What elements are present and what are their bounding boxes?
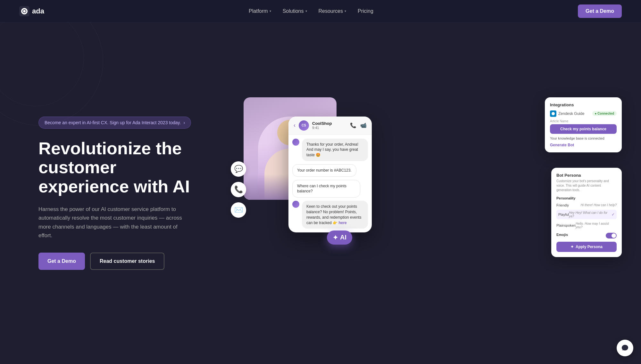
hero-section: Become an expert in AI-first CX. Sign up…: [0, 22, 641, 364]
chevron-down-icon: ▾: [345, 9, 346, 13]
nav-item-solutions[interactable]: Solutions ▾: [283, 8, 307, 14]
integrations-card: Integrations Zendesk Guide ● Connected A…: [545, 97, 622, 152]
messenger-channel-icon[interactable]: 💬: [231, 161, 246, 177]
chat-bubble-4: Keen to check out your points balance? N…: [302, 201, 368, 229]
ai-badge: ✦ AI: [327, 231, 352, 245]
channel-icons: 💬 📞 ✉️: [231, 161, 246, 218]
personality-label: Personality: [556, 196, 617, 200]
chat-message-4: Keen to check out your points balance? N…: [292, 201, 368, 229]
chatbot-widget-button[interactable]: [617, 340, 633, 356]
integrations-title: Integrations: [550, 102, 617, 107]
video-icon[interactable]: 📹: [360, 122, 367, 128]
emojis-label: Emojis: [556, 233, 568, 237]
chat-body: Thanks for your order, Andrea! And may I…: [288, 135, 372, 233]
chat-time: 9:41: [312, 126, 332, 130]
kb-connected-text: Your knowledge base is connected: [550, 136, 617, 140]
nav-item-resources[interactable]: Resources ▾: [319, 8, 346, 14]
chat-bubble-1: Thanks for your order, Andrea! And may I…: [302, 139, 368, 161]
read-stories-button[interactable]: Read customer stories: [90, 253, 165, 270]
bot-avatar-1: [292, 139, 299, 146]
hero-badge[interactable]: Become an expert in AI-first CX. Sign up…: [38, 117, 191, 129]
chat-header: ‹ CS CoolShop 9:41 📞 📹: [288, 117, 372, 135]
chat-avatar: CS: [299, 120, 309, 131]
persona-card: Bot Persona Customize your bot's persona…: [551, 168, 622, 257]
nav-item-platform[interactable]: Platform ▾: [249, 8, 271, 14]
chat-header-left: ‹ CS CoolShop 9:41: [294, 120, 332, 131]
persona-plainspoken-preview: Hello. How may I assist you?: [576, 222, 617, 229]
check-balance-btn[interactable]: Check my points balance: [550, 124, 617, 134]
chat-bot-name: CoolShop: [312, 121, 332, 126]
sparkle-icon-persona: ✦: [570, 245, 574, 249]
hero-left: Become an expert in AI-first CX. Sign up…: [38, 117, 205, 270]
navbar: ada Platform ▾ Solutions ▾ Resources ▾ P…: [0, 0, 641, 22]
ai-label: AI: [340, 234, 346, 241]
hero-title: Revolutionize the customer experience wi…: [38, 139, 205, 196]
logo[interactable]: ada: [19, 6, 44, 16]
persona-option-friendly[interactable]: Friendly Hi there! How can I help?: [556, 202, 617, 208]
hero-right: 💬 📞 ✉️ ‹ CS CoolShop 9:41 📞 📹: [224, 97, 622, 289]
persona-friendly-preview: Hi there! How can I help?: [581, 203, 617, 207]
persona-playful-name: Playful: [558, 213, 569, 216]
sms-channel-icon[interactable]: ✉️: [231, 202, 246, 218]
persona-friendly-name: Friendly: [556, 203, 569, 207]
voice-channel-icon[interactable]: 📞: [231, 182, 246, 197]
persona-description: Customize your bot's personality and voi…: [556, 179, 617, 192]
persona-playful-preview: Hey Hey! What can I do for ya?: [569, 211, 612, 218]
check-icon: ✓: [612, 212, 615, 217]
generate-bot-link[interactable]: Generate Bot: [550, 143, 617, 147]
chevron-down-icon: ▾: [305, 9, 307, 13]
persona-option-plainspoken[interactable]: Plainspoken Hello. How may I assist you?: [556, 221, 617, 230]
apply-persona-button[interactable]: ✦ Apply Persona: [556, 242, 617, 252]
phone-icon[interactable]: 📞: [350, 122, 356, 128]
chevron-down-icon: ▾: [270, 9, 271, 13]
nav-item-pricing[interactable]: Pricing: [358, 8, 373, 14]
chat-message-1: Thanks for your order, Andrea! And may I…: [292, 139, 368, 161]
connected-badge: ● Connected: [592, 111, 617, 116]
chat-bubble-3: Where can I check my points balance?: [292, 180, 360, 198]
get-demo-hero-button[interactable]: Get a Demo: [38, 253, 85, 270]
persona-plainspoken-name: Plainspoken: [556, 223, 576, 227]
sparkle-icon: ✦: [333, 234, 338, 241]
zendesk-icon: [550, 110, 556, 117]
chat-bubble-2: Your order number is #ABC123.: [292, 164, 356, 177]
zendesk-integration-name: Zendesk Guide: [550, 110, 584, 117]
integration-row-zendesk: Zendesk Guide ● Connected: [550, 110, 617, 117]
persona-title: Bot Persona: [556, 173, 617, 178]
back-icon[interactable]: ‹: [294, 122, 296, 129]
article-name-label: Article Name: [550, 119, 617, 123]
persona-option-playful[interactable]: Playful Hey Hey! What can I do for ya? ✓: [556, 210, 617, 219]
nav-links: Platform ▾ Solutions ▾ Resources ▾ Prici…: [249, 8, 373, 14]
hero-description: Harness the power of our AI customer ser…: [38, 205, 186, 240]
get-demo-button[interactable]: Get a Demo: [578, 4, 622, 18]
bot-avatar-4: [292, 201, 299, 208]
hero-buttons: Get a Demo Read customer stories: [38, 253, 205, 270]
chat-card: ‹ CS CoolShop 9:41 📞 📹 Thanks for your o…: [288, 117, 372, 233]
chat-actions: 📞 📹: [350, 122, 367, 128]
emojis-toggle[interactable]: [606, 233, 617, 239]
